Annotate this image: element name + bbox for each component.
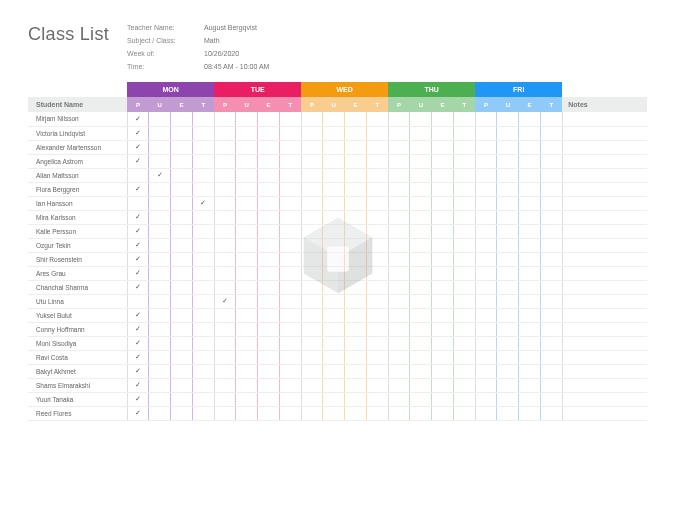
attendance-cell bbox=[388, 252, 410, 266]
attendance-cell bbox=[149, 364, 171, 378]
attendance-cell bbox=[149, 126, 171, 140]
attendance-cell bbox=[127, 210, 149, 224]
student-name-cell: Yuuri Tanaka bbox=[28, 392, 127, 406]
attendance-cell bbox=[497, 378, 519, 392]
attendance-cell bbox=[519, 224, 541, 238]
attendance-cell bbox=[475, 196, 497, 210]
attendance-cell bbox=[192, 210, 214, 224]
attendance-cell bbox=[258, 154, 280, 168]
attendance-cell bbox=[410, 126, 432, 140]
attendance-cell bbox=[388, 336, 410, 350]
attendance-cell bbox=[453, 392, 475, 406]
attendance-cell bbox=[236, 238, 258, 252]
table-header: MON TUE WED THU FRI Student Name PUET PU… bbox=[28, 82, 647, 112]
table-row: Utu Linna bbox=[28, 294, 647, 308]
attendance-cell bbox=[540, 140, 562, 154]
attendance-cell bbox=[171, 378, 193, 392]
notes-cell bbox=[562, 238, 647, 252]
table-row: Alexander Martensson bbox=[28, 140, 647, 154]
attendance-cell bbox=[475, 364, 497, 378]
attendance-cell bbox=[258, 294, 280, 308]
attendance-cell bbox=[388, 238, 410, 252]
attendance-cell bbox=[540, 266, 562, 280]
attendance-cell bbox=[453, 196, 475, 210]
attendance-cell bbox=[453, 350, 475, 364]
attendance-cell bbox=[475, 154, 497, 168]
attendance-cell bbox=[388, 210, 410, 224]
attendance-cell bbox=[323, 308, 345, 322]
student-name-cell: Angelica Astrom bbox=[28, 154, 127, 168]
attendance-cell bbox=[279, 308, 301, 322]
attendance-cell bbox=[432, 406, 454, 420]
attendance-cell bbox=[540, 238, 562, 252]
attendance-cell bbox=[279, 266, 301, 280]
attendance-cell bbox=[258, 238, 280, 252]
attendance-cell bbox=[323, 196, 345, 210]
attendance-cell bbox=[497, 196, 519, 210]
time-label: Time: bbox=[127, 63, 182, 70]
student-name-cell: Ian Hansson bbox=[28, 196, 127, 210]
attendance-cell bbox=[279, 378, 301, 392]
teacher-label: Teacher Name: bbox=[127, 24, 182, 31]
attendance-cell bbox=[214, 154, 236, 168]
attendance-cell bbox=[171, 140, 193, 154]
attendance-cell bbox=[323, 364, 345, 378]
attendance-cell bbox=[453, 322, 475, 336]
attendance-cell bbox=[345, 182, 367, 196]
attendance-cell bbox=[519, 336, 541, 350]
attendance-cell bbox=[301, 112, 323, 126]
attendance-cell bbox=[519, 378, 541, 392]
attendance-cell bbox=[366, 126, 388, 140]
attendance-cell bbox=[453, 252, 475, 266]
attendance-cell bbox=[366, 266, 388, 280]
attendance-cell bbox=[345, 210, 367, 224]
attendance-cell bbox=[171, 294, 193, 308]
attendance-cell bbox=[127, 168, 149, 182]
student-name-cell: Kalle Persson bbox=[28, 224, 127, 238]
notes-cell bbox=[562, 280, 647, 294]
notes-cell bbox=[562, 392, 647, 406]
attendance-cell bbox=[323, 210, 345, 224]
day-header-tue: TUE bbox=[214, 82, 301, 97]
attendance-cell bbox=[236, 154, 258, 168]
attendance-cell bbox=[127, 392, 149, 406]
attendance-cell bbox=[192, 280, 214, 294]
attendance-cell bbox=[323, 406, 345, 420]
attendance-cell bbox=[127, 112, 149, 126]
attendance-cell bbox=[214, 280, 236, 294]
attendance-cell bbox=[410, 336, 432, 350]
attendance-cell bbox=[279, 294, 301, 308]
attendance-cell bbox=[127, 196, 149, 210]
attendance-cell bbox=[323, 294, 345, 308]
attendance-cell bbox=[453, 112, 475, 126]
notes-cell bbox=[562, 266, 647, 280]
attendance-cell bbox=[323, 392, 345, 406]
attendance-cell bbox=[475, 280, 497, 294]
attendance-cell bbox=[149, 392, 171, 406]
attendance-cell bbox=[540, 196, 562, 210]
attendance-cell bbox=[214, 378, 236, 392]
attendance-cell bbox=[345, 168, 367, 182]
attendance-cell bbox=[171, 266, 193, 280]
attendance-cell bbox=[214, 238, 236, 252]
attendance-cell bbox=[301, 154, 323, 168]
attendance-cell bbox=[410, 224, 432, 238]
table-row: Victoria Lindqvist bbox=[28, 126, 647, 140]
notes-cell bbox=[562, 224, 647, 238]
table-row: Ravi Costa bbox=[28, 350, 647, 364]
attendance-cell bbox=[345, 294, 367, 308]
attendance-cell bbox=[366, 350, 388, 364]
attendance-cell bbox=[475, 392, 497, 406]
attendance-cell bbox=[432, 224, 454, 238]
attendance-cell bbox=[345, 350, 367, 364]
time-value: 08:45 AM - 10:00 AM bbox=[204, 63, 269, 70]
attendance-cell bbox=[301, 182, 323, 196]
sub-u: U bbox=[149, 97, 171, 112]
attendance-cell bbox=[366, 336, 388, 350]
attendance-cell bbox=[301, 364, 323, 378]
sub-u: U bbox=[497, 97, 519, 112]
attendance-cell bbox=[171, 392, 193, 406]
attendance-cell bbox=[323, 336, 345, 350]
attendance-cell bbox=[258, 140, 280, 154]
sub-t: T bbox=[279, 97, 301, 112]
